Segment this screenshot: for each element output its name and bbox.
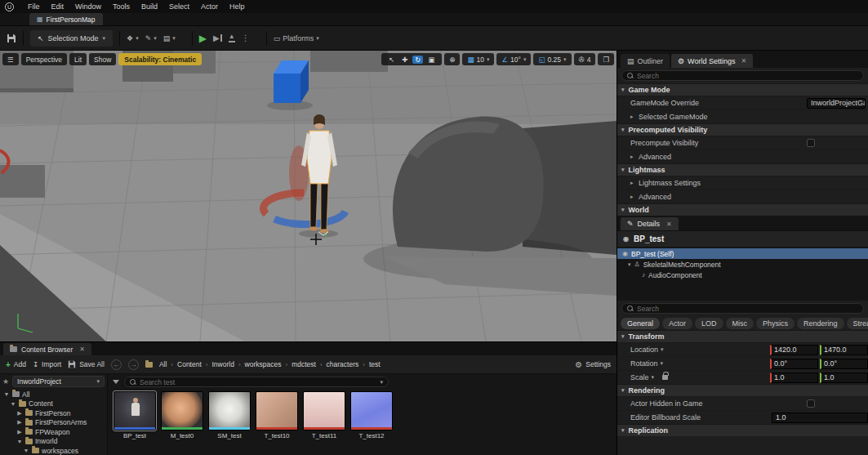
- menu-edit[interactable]: Edit: [46, 2, 70, 11]
- tree-item-firstperson[interactable]: ▶FirstPerson: [2, 408, 105, 418]
- component-row-self[interactable]: ◉ BP_test (Self): [617, 248, 868, 259]
- filter-icon[interactable]: [113, 380, 119, 384]
- menu-actor[interactable]: Actor: [195, 2, 224, 11]
- add-actor-dropdown[interactable]: ❖▾: [127, 34, 139, 42]
- camera-speed-button[interactable]: ✇ 4: [574, 53, 596, 65]
- section-lightmass[interactable]: ▾ Lightmass: [617, 163, 868, 176]
- breadcrumb-item[interactable]: Content: [177, 360, 202, 368]
- gamemode-override-field[interactable]: InworldProjectGa: [807, 98, 866, 109]
- selected-gamemode-row[interactable]: ▸ Selected GameMode: [617, 109, 868, 123]
- close-icon[interactable]: ✕: [666, 221, 672, 228]
- menu-file[interactable]: File: [22, 2, 46, 11]
- actor-hidden-checkbox[interactable]: [807, 399, 815, 408]
- menu-tools[interactable]: Tools: [107, 2, 136, 11]
- close-icon[interactable]: ✕: [741, 57, 746, 65]
- breadcrumb-item[interactable]: test: [369, 360, 381, 368]
- scale-lock-icon[interactable]: [662, 375, 668, 380]
- scale-y-field[interactable]: 1.0: [820, 372, 868, 383]
- section-precomputed-visibility[interactable]: ▾ Precomputed Visibility: [617, 123, 868, 136]
- level-viewport[interactable]: ☰ Perspective Lit Show Scalability: Cine…: [0, 51, 617, 341]
- asset-item[interactable]: T_test12: [350, 391, 393, 439]
- asset-search-box[interactable]: ▾: [124, 377, 389, 387]
- tree-item-fpweapon[interactable]: ▶FPWeapon: [2, 427, 105, 437]
- menu-select[interactable]: Select: [163, 2, 195, 11]
- asset-search-input[interactable]: [140, 378, 376, 386]
- breadcrumb-item[interactable]: characters: [327, 360, 359, 368]
- menu-help[interactable]: Help: [224, 2, 251, 11]
- maximize-viewport-button[interactable]: ❐: [598, 53, 614, 65]
- asset-item[interactable]: BP_test: [114, 391, 156, 439]
- scale-snap-button[interactable]: ◱ 0.25 ▾: [533, 53, 571, 65]
- asset-item[interactable]: SM_test: [208, 391, 251, 439]
- location-y-field[interactable]: 1470.0: [820, 345, 868, 355]
- frame-skip-button[interactable]: ▶: [213, 33, 222, 42]
- component-row-audio[interactable]: ♪ AudioComponent: [617, 270, 868, 280]
- category-actor[interactable]: Actor: [662, 318, 692, 329]
- source-selector-dropdown[interactable]: InworldProject ▾: [12, 376, 105, 387]
- perspective-button[interactable]: Perspective: [21, 53, 67, 65]
- favorites-icon[interactable]: ★: [2, 377, 9, 386]
- details-search-input[interactable]: [637, 305, 858, 313]
- section-world[interactable]: ▾ World: [617, 203, 868, 216]
- lit-button[interactable]: Lit: [69, 53, 87, 65]
- platforms-dropdown[interactable]: ▭ Platforms ▾: [274, 34, 319, 42]
- tree-item-all[interactable]: ▼All: [2, 390, 105, 399]
- advanced-row[interactable]: ▸ Advanced: [617, 149, 868, 163]
- tab-content-browser[interactable]: Content Browser ✕: [3, 343, 91, 355]
- close-icon[interactable]: ✕: [79, 346, 85, 353]
- location-dropdown[interactable]: Location ▾: [630, 346, 664, 354]
- show-button[interactable]: Show: [89, 53, 116, 65]
- play-button[interactable]: ▶: [199, 33, 207, 44]
- viewport-options-button[interactable]: ☰: [2, 53, 19, 65]
- forward-button[interactable]: →: [128, 359, 139, 370]
- scale-dropdown[interactable]: Scale ▾: [630, 373, 654, 381]
- select-tool-icon[interactable]: ↖: [386, 56, 397, 64]
- world-settings-search-box[interactable]: [621, 70, 864, 81]
- breadcrumb-item[interactable]: workspaces: [245, 360, 282, 368]
- section-game-mode[interactable]: ▾ Game Mode: [617, 83, 868, 96]
- viewport-scene[interactable]: [0, 51, 617, 341]
- asset-view[interactable]: ▾ BP_test M_test0: [108, 374, 617, 455]
- blueprints-dropdown[interactable]: ✎▾: [145, 34, 157, 42]
- asset-item[interactable]: T_test11: [303, 391, 345, 439]
- grid-snap-button[interactable]: ▦ 10 ▾: [462, 53, 494, 65]
- asset-item[interactable]: T_test10: [256, 391, 298, 439]
- import-button[interactable]: ↧Import: [33, 360, 61, 368]
- tree-item-content[interactable]: ▼Content: [2, 399, 105, 409]
- section-replication[interactable]: ▾ Replication: [617, 424, 868, 436]
- back-button[interactable]: ←: [111, 359, 122, 370]
- rotation-dropdown[interactable]: Rotation ▾: [630, 359, 663, 368]
- category-general[interactable]: General: [621, 318, 660, 329]
- section-rendering[interactable]: ▾ Rendering: [617, 384, 868, 396]
- category-rendering[interactable]: Rendering: [797, 318, 844, 329]
- asset-item[interactable]: M_test0: [161, 391, 203, 439]
- menu-window[interactable]: Window: [69, 2, 107, 11]
- world-settings-search-input[interactable]: [637, 72, 858, 80]
- tree-item-firstpersonarms[interactable]: ▶FirstPersonArms: [2, 418, 105, 428]
- play-options-button[interactable]: ⋮: [242, 33, 250, 42]
- menu-build[interactable]: Build: [136, 2, 163, 11]
- surface-snap-button[interactable]: ⊕: [444, 53, 460, 65]
- precompute-visibility-checkbox[interactable]: [807, 139, 815, 147]
- details-search-box[interactable]: [621, 303, 864, 314]
- category-misc[interactable]: Misc: [726, 318, 754, 329]
- chevron-down-icon[interactable]: ▾: [380, 379, 383, 386]
- category-streaming[interactable]: Streaming: [847, 318, 868, 329]
- scalability-badge[interactable]: Scalability: Cinematic: [118, 53, 202, 65]
- unreal-logo-icon[interactable]: U: [5, 2, 14, 11]
- location-x-field[interactable]: 1420.0: [770, 345, 818, 355]
- category-lod[interactable]: LOD: [695, 318, 723, 329]
- tree-item-inworld[interactable]: ▼Inworld: [2, 437, 105, 447]
- rotation-x-field[interactable]: 0.0°: [770, 359, 818, 369]
- tree-item-workspaces[interactable]: ▼workspaces: [2, 446, 105, 455]
- tab-outliner[interactable]: ▤ Outliner: [621, 54, 670, 68]
- billboard-scale-field[interactable]: 1.0: [772, 413, 868, 423]
- tab-details[interactable]: ✎ Details ✕: [621, 217, 679, 230]
- advanced-row[interactable]: ▸ Advanced: [617, 190, 868, 203]
- cinematics-dropdown[interactable]: ▤▾: [163, 34, 176, 42]
- lightmass-settings-row[interactable]: ▸ Lightmass Settings: [617, 176, 868, 190]
- component-row-skeletalmesh[interactable]: ▾ ♙ SkeletalMeshComponent: [617, 259, 868, 270]
- section-transform[interactable]: ▾ Transform: [617, 330, 868, 342]
- add-button[interactable]: +Add: [6, 360, 26, 369]
- rotate-tool-icon[interactable]: ↻: [412, 56, 423, 64]
